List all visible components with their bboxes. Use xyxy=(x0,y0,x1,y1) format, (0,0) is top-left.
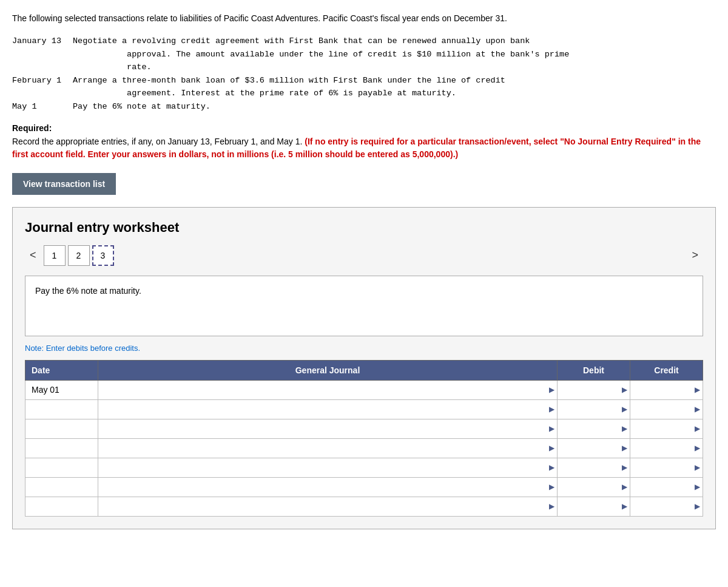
transaction-content-1: Negotiate a revolving credit agreement w… xyxy=(73,35,716,74)
debit-arrow-5: ▶ xyxy=(622,463,627,472)
table-row: ▶ ▶ ▶ xyxy=(25,399,703,419)
debit-arrow-7: ▶ xyxy=(622,502,627,511)
debit-cell-6[interactable]: ▶ xyxy=(558,477,630,497)
credit-cell-3[interactable]: ▶ xyxy=(630,419,703,438)
gj-arrow-3: ▶ xyxy=(549,424,554,433)
date-cell-6 xyxy=(25,477,98,497)
gj-cell-1[interactable]: ▶ xyxy=(98,380,558,399)
debit-cell-5[interactable]: ▶ xyxy=(558,458,630,477)
debit-cell-3[interactable]: ▶ xyxy=(558,419,630,438)
header-date: Date xyxy=(25,360,98,380)
table-header-row: Date General Journal Debit Credit xyxy=(25,360,703,380)
header-general-journal: General Journal xyxy=(98,360,558,380)
transactions-block: January 13 Negotiate a revolving credit … xyxy=(12,35,716,114)
credit-arrow-4: ▶ xyxy=(695,444,700,452)
debit-cell-7[interactable]: ▶ xyxy=(558,497,630,516)
worksheet-container: Journal entry worksheet < 1 2 3 > Pay th… xyxy=(12,207,716,529)
header-credit: Credit xyxy=(630,360,703,380)
credit-cell-4[interactable]: ▶ xyxy=(630,438,703,458)
gj-cell-6[interactable]: ▶ xyxy=(98,477,558,497)
worksheet-title: Journal entry worksheet xyxy=(25,220,703,236)
gj-cell-3[interactable]: ▶ xyxy=(98,419,558,438)
tab-next-button[interactable]: > xyxy=(687,246,703,264)
header-debit: Debit xyxy=(558,360,630,380)
debit-arrow-3: ▶ xyxy=(622,424,627,433)
gj-arrow-5: ▶ xyxy=(549,463,554,472)
debit-arrow-4: ▶ xyxy=(622,444,627,452)
view-transaction-list-button[interactable]: View transaction list xyxy=(12,173,116,195)
gj-arrow-2: ▶ xyxy=(549,405,554,413)
gj-cell-5[interactable]: ▶ xyxy=(98,458,558,477)
tab-2-button[interactable]: 2 xyxy=(68,245,90,266)
tab-description-box: Pay the 6% note at maturity. xyxy=(25,276,703,336)
credit-arrow-6: ▶ xyxy=(695,483,700,491)
credit-arrow-7: ▶ xyxy=(695,502,700,511)
tab-description-text: Pay the 6% note at maturity. xyxy=(35,286,141,296)
table-row: ▶ ▶ ▶ xyxy=(25,477,703,497)
debit-arrow-1: ▶ xyxy=(622,385,627,394)
transaction-content-2: Arrange a three-month bank loan of $3.6 … xyxy=(73,74,716,100)
journal-table: Date General Journal Debit Credit May 01… xyxy=(25,360,703,517)
debit-cell-4[interactable]: ▶ xyxy=(558,438,630,458)
gj-cell-7[interactable]: ▶ xyxy=(98,497,558,516)
credit-cell-7[interactable]: ▶ xyxy=(630,497,703,516)
debit-cell-2[interactable]: ▶ xyxy=(558,399,630,419)
credit-arrow-3: ▶ xyxy=(695,424,700,433)
tab-1-button[interactable]: 1 xyxy=(44,245,66,266)
tab-3-button[interactable]: 3 xyxy=(92,245,114,266)
date-cell-5 xyxy=(25,458,98,477)
gj-arrow-1: ▶ xyxy=(549,385,554,394)
credit-cell-2[interactable]: ▶ xyxy=(630,399,703,419)
table-row: ▶ ▶ ▶ xyxy=(25,438,703,458)
debit-arrow-6: ▶ xyxy=(622,483,627,491)
transaction-row-2: February 1 Arrange a three-month bank lo… xyxy=(12,74,716,100)
credit-arrow-1: ▶ xyxy=(695,385,700,394)
date-cell-7 xyxy=(25,497,98,516)
date-cell-1: May 01 xyxy=(25,380,98,399)
date-cell-4 xyxy=(25,438,98,458)
table-row: ▶ ▶ ▶ xyxy=(25,497,703,516)
transaction-date-3: May 1 xyxy=(12,100,73,114)
gj-arrow-4: ▶ xyxy=(549,444,554,452)
transaction-date-1: January 13 xyxy=(12,35,73,74)
tab-prev-button[interactable]: < xyxy=(25,246,41,264)
table-row: ▶ ▶ ▶ xyxy=(25,419,703,438)
gj-cell-2[interactable]: ▶ xyxy=(98,399,558,419)
table-row: May 01 ▶ ▶ ▶ xyxy=(25,380,703,399)
required-section: Required: Record the appropriate entries… xyxy=(12,123,716,161)
transaction-date-2: February 1 xyxy=(12,74,73,100)
table-row: ▶ ▶ ▶ xyxy=(25,458,703,477)
required-text: Record the appropriate entries, if any, … xyxy=(12,135,716,161)
transaction-content-3: Pay the 6% note at maturity. xyxy=(73,100,716,114)
credit-cell-6[interactable]: ▶ xyxy=(630,477,703,497)
tab-navigation: < 1 2 3 > xyxy=(25,245,703,266)
gj-arrow-6: ▶ xyxy=(549,483,554,491)
note-text: Note: Enter debits before credits. xyxy=(25,344,703,353)
debit-arrow-2: ▶ xyxy=(622,405,627,413)
date-cell-2 xyxy=(25,399,98,419)
date-cell-3 xyxy=(25,419,98,438)
credit-cell-5[interactable]: ▶ xyxy=(630,458,703,477)
credit-arrow-5: ▶ xyxy=(695,463,700,472)
required-text-normal: Record the appropriate entries, if any, … xyxy=(12,137,305,146)
required-title: Required: xyxy=(12,123,716,133)
transaction-row-1: January 13 Negotiate a revolving credit … xyxy=(12,35,716,74)
intro-paragraph: The following selected transactions rela… xyxy=(12,12,716,25)
transaction-row-3: May 1 Pay the 6% note at maturity. xyxy=(12,100,716,114)
credit-arrow-2: ▶ xyxy=(695,405,700,413)
debit-cell-1[interactable]: ▶ xyxy=(558,380,630,399)
gj-arrow-7: ▶ xyxy=(549,502,554,511)
gj-cell-4[interactable]: ▶ xyxy=(98,438,558,458)
credit-cell-1[interactable]: ▶ xyxy=(630,380,703,399)
